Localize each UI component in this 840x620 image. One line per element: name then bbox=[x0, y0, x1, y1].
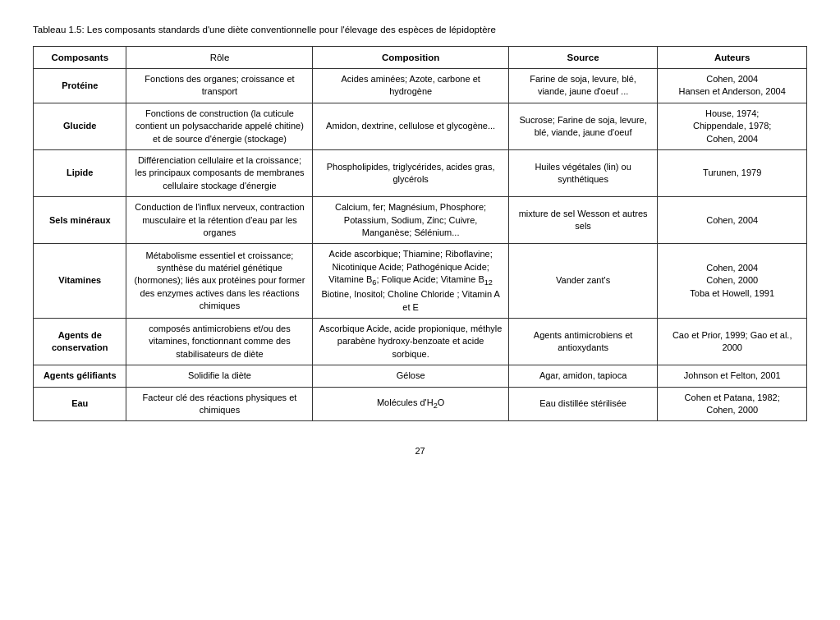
cell-role: Métabolisme essentiel et croissance; syn… bbox=[126, 244, 313, 319]
table-header-row: Composants Rôle Composition Source Auteu… bbox=[34, 47, 807, 69]
cell-auteurs: Johnson et Felton, 2001 bbox=[658, 365, 807, 387]
cell-source: Huiles végétales (lin) ou synthétiques bbox=[508, 150, 658, 197]
cell-role: Conduction de l'influx nerveux, contract… bbox=[126, 197, 313, 244]
cell-composition: Acide ascorbique; Thiamine; Riboflavine;… bbox=[313, 244, 508, 319]
table-row: VitaminesMétabolisme essentiel et croiss… bbox=[34, 244, 807, 319]
cell-source: Agar, amidon, tapioca bbox=[508, 365, 658, 387]
cell-source: Vander zant's bbox=[508, 244, 658, 319]
cell-source: Sucrose; Farine de soja, levure, blé, vi… bbox=[508, 103, 658, 149]
cell-source: Agents antimicrobiens et antioxydants bbox=[508, 318, 658, 365]
cell-auteurs: Cohen et Patana, 1982;Cohen, 2000 bbox=[658, 387, 807, 421]
header-role: Rôle bbox=[126, 47, 313, 69]
cell-source: Farine de soja, levure, blé, viande, jau… bbox=[508, 69, 658, 103]
cell-auteurs: Cao et Prior, 1999; Gao et al., 2000 bbox=[658, 318, 807, 365]
cell-auteurs: Cohen, 2004Hansen et Anderson, 2004 bbox=[658, 69, 807, 103]
cell-composant: Agents gélifiants bbox=[34, 365, 126, 387]
cell-composant: Vitamines bbox=[34, 244, 126, 319]
cell-role: Fonctions des organes; croissance et tra… bbox=[126, 69, 313, 103]
table-row: LipideDifférenciation cellulaire et la c… bbox=[34, 150, 807, 197]
page-number: 27 bbox=[33, 446, 807, 456]
header-composants: Composants bbox=[34, 47, 126, 69]
cell-role: Solidifie la diète bbox=[126, 365, 313, 387]
header-auteurs: Auteurs bbox=[658, 47, 807, 69]
cell-auteurs: Cohen, 2004Cohen, 2000Toba et Howell, 19… bbox=[658, 244, 807, 319]
cell-composant: Eau bbox=[34, 387, 126, 421]
cell-composant: Protéine bbox=[34, 69, 126, 103]
cell-composant: Sels minéraux bbox=[34, 197, 126, 244]
header-composition: Composition bbox=[313, 47, 508, 69]
cell-auteurs: Cohen, 2004 bbox=[658, 197, 807, 244]
cell-source: mixture de sel Wesson et autres sels bbox=[508, 197, 658, 244]
cell-composition: Phospholipides, triglycérides, acides gr… bbox=[313, 150, 508, 197]
cell-role: Différenciation cellulaire et la croissa… bbox=[126, 150, 313, 197]
header-source: Source bbox=[508, 47, 658, 69]
table-row: ProtéineFonctions des organes; croissanc… bbox=[34, 69, 807, 103]
cell-source: Eau distillée stérilisée bbox=[508, 387, 658, 421]
cell-composition: Amidon, dextrine, cellulose et glycogène… bbox=[313, 103, 508, 149]
cell-role: Facteur clé des réactions physiques et c… bbox=[126, 387, 313, 421]
table-row: GlucideFonctions de construction (la cut… bbox=[34, 103, 807, 149]
table-row: EauFacteur clé des réactions physiques e… bbox=[34, 387, 807, 421]
table-row: Agents gélifiantsSolidifie la dièteGélos… bbox=[34, 365, 807, 387]
cell-composant: Glucide bbox=[34, 103, 126, 149]
cell-composant: Agents de conservation bbox=[34, 318, 126, 365]
cell-composition: Calcium, fer; Magnésium, Phosphore; Pota… bbox=[313, 197, 508, 244]
cell-composant: Lipide bbox=[34, 150, 126, 197]
cell-composition: Acides aminées; Azote, carbone et hydrog… bbox=[313, 69, 508, 103]
cell-auteurs: House, 1974;Chippendale, 1978;Cohen, 200… bbox=[658, 103, 807, 149]
main-table: Composants Rôle Composition Source Auteu… bbox=[33, 46, 807, 421]
table-row: Sels minérauxConduction de l'influx nerv… bbox=[34, 197, 807, 244]
cell-auteurs: Turunen, 1979 bbox=[658, 150, 807, 197]
cell-role: composés antimicrobiens et/ou des vitami… bbox=[126, 318, 313, 365]
cell-composition: Ascorbique Acide, acide propionique, mét… bbox=[313, 318, 508, 365]
table-row: Agents de conservationcomposés antimicro… bbox=[34, 318, 807, 365]
cell-composition: Gélose bbox=[313, 365, 508, 387]
page-title: Tableau 1.5: Les composants standards d'… bbox=[33, 25, 807, 34]
cell-role: Fonctions de construction (la cuticule c… bbox=[126, 103, 313, 149]
cell-composition: Molécules d'H2O bbox=[313, 387, 508, 421]
